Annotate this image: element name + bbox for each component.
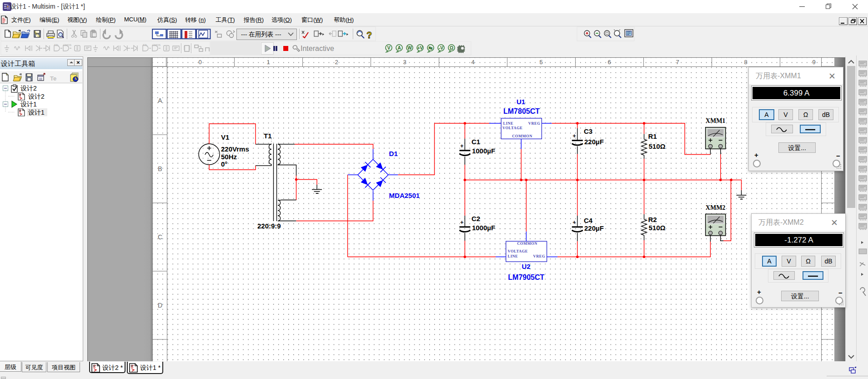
svg-text:?: ? bbox=[366, 30, 372, 40]
svg-text:W: W bbox=[407, 45, 412, 51]
svg-text:+V: +V bbox=[417, 45, 423, 51]
svg-text:--- 在用列表 ---: --- 在用列表 --- bbox=[241, 31, 281, 38]
svg-text:↹: ↹ bbox=[429, 45, 433, 51]
svg-text:Ω: Ω bbox=[450, 45, 453, 51]
svg-text:Interactive: Interactive bbox=[301, 45, 334, 52]
svg-text:TTL: TTL bbox=[143, 44, 148, 46]
svg-text:CMOS: CMOS bbox=[63, 44, 71, 46]
svg-text:设计1: 设计1 bbox=[20, 101, 37, 108]
svg-text:V: V bbox=[387, 45, 391, 51]
svg-text:-V: -V bbox=[439, 45, 443, 51]
svg-text:TTL: TTL bbox=[54, 44, 59, 46]
svg-text:CMOS: CMOS bbox=[152, 44, 161, 46]
svg-text:设计2: 设计2 bbox=[28, 93, 45, 100]
svg-text:A: A bbox=[397, 45, 401, 51]
svg-text:设计1: 设计1 bbox=[28, 109, 45, 116]
svg-text:Te: Te bbox=[50, 75, 56, 82]
svg-text:设计2: 设计2 bbox=[20, 85, 37, 92]
